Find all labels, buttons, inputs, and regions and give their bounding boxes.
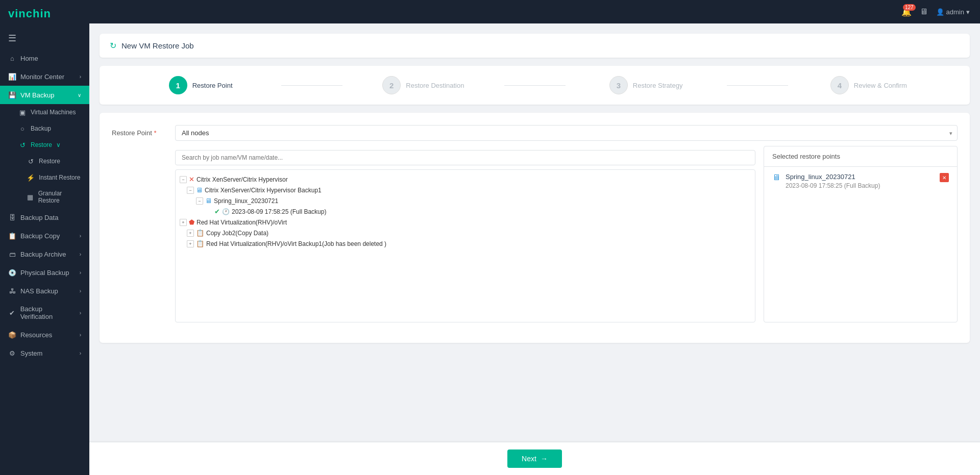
tree-col: − ✕ Citrix XenServer/Citrix Hypervisor −…	[175, 146, 755, 322]
selected-item-vm-icon: 🖥	[772, 173, 780, 182]
sidebar-item-backup-verification[interactable]: ✔ Backup Verification ›	[0, 300, 89, 326]
sidebar-item-label: System	[20, 349, 42, 357]
two-col-layout: − ✕ Citrix XenServer/Citrix Hypervisor −…	[175, 146, 958, 322]
sidebar-sub-label: Instant Restore	[39, 174, 80, 181]
sidebar-item-label: Physical Backup	[20, 269, 69, 277]
tree-node-citrix-xenserver[interactable]: − ✕ Citrix XenServer/Citrix Hypervisor	[176, 174, 755, 185]
tree-node-citrix-backup1[interactable]: − 🖥 Citrix XenServer/Citrix Hypervisor B…	[176, 185, 755, 195]
sidebar-item-monitor-center[interactable]: 📊 Monitor Center ›	[0, 67, 89, 86]
notification-bell[interactable]: 🔔 127	[901, 7, 912, 17]
monitor-button[interactable]: 🖥	[920, 7, 928, 16]
tree-node-spring-linux[interactable]: − 🖥 Spring_linux_20230721	[176, 195, 755, 206]
backup-data-icon: 🗄	[8, 213, 16, 221]
tree-toggle-citrix[interactable]: −	[180, 176, 187, 183]
sidebar-item-backup-copy[interactable]: 📋 Backup Copy ›	[0, 227, 89, 245]
selected-item-date: 2023-08-09 17:58:25 (Full Backup)	[786, 182, 935, 189]
tree-toggle-rhv[interactable]: +	[180, 219, 187, 226]
step-1: 1 Restore Point	[120, 76, 281, 94]
step-4-label: Review & Confirm	[854, 82, 907, 89]
sidebar-item-backup[interactable]: ○ Backup	[0, 120, 89, 137]
hamburger-button[interactable]: ☰	[0, 28, 89, 49]
sidebar-item-physical-backup[interactable]: 💿 Physical Backup ›	[0, 263, 89, 282]
sidebar-item-vm-backup[interactable]: 💾 VM Backup ∨	[0, 86, 89, 104]
sidebar-item-label: Backup Data	[20, 214, 58, 221]
search-input[interactable]	[175, 150, 755, 165]
nas-backup-icon: 🖧	[8, 287, 16, 295]
sidebar-item-home[interactable]: ⌂ Home	[0, 49, 89, 67]
hamburger-icon: ☰	[8, 33, 16, 43]
tree-node-rhv[interactable]: + ⬟ Red Hat Virtualization(RHV)/oVirt	[176, 217, 755, 228]
copy-icon: 📋	[196, 229, 204, 237]
system-icon: ⚙	[8, 349, 16, 357]
tree-label: Citrix XenServer/Citrix Hypervisor	[197, 176, 288, 183]
sidebar-item-restore-sub[interactable]: ↺ Restore	[0, 153, 89, 169]
sidebar-item-virtual-machines[interactable]: ▣ Virtual Machines	[0, 104, 89, 120]
next-button[interactable]: Next →	[507, 449, 562, 468]
sidebar-sub-label: Backup	[31, 125, 51, 132]
sidebar-item-label: VM Backup	[20, 91, 54, 99]
sidebar-item-nas-backup[interactable]: 🖧 NAS Backup ›	[0, 282, 89, 300]
nodes-dropdown[interactable]: All nodes Node 1 Node 2	[175, 125, 958, 141]
warning-icon: ⬟	[189, 218, 194, 226]
granular-restore-icon: ▦	[27, 193, 34, 201]
step-2-circle: 2	[382, 76, 401, 94]
step-3-label: Restore Strategy	[633, 82, 683, 89]
backup-verification-icon: ✔	[8, 309, 16, 317]
step-4-number: 4	[838, 81, 842, 90]
sidebar-item-granular-restore[interactable]: ▦ Granular Restore	[0, 186, 89, 208]
remove-selected-button[interactable]: ✕	[940, 173, 949, 182]
sidebar-item-label: Home	[20, 55, 38, 62]
step-4: 4 Review & Confirm	[788, 76, 949, 94]
sidebar-item-label: Backup Archive	[20, 251, 66, 258]
step-3-circle: 3	[609, 76, 628, 94]
user-menu[interactable]: 👤 admin ▾	[936, 8, 970, 16]
chevron-right-icon: ›	[80, 252, 81, 257]
refresh-icon: ↻	[110, 41, 116, 51]
steps-bar: 1 Restore Point 2 Restore Destination 3 …	[100, 66, 970, 105]
sidebar-item-label: Resources	[20, 331, 52, 339]
logo-text: vinchin	[8, 7, 51, 20]
restore-sub-icon: ↺	[27, 157, 35, 165]
restore-point-panel: Restore Point * All nodes Node 1 Node 2 …	[100, 113, 970, 343]
sidebar-item-label: Backup Verification	[20, 305, 76, 320]
sidebar-item-backup-data[interactable]: 🗄 Backup Data	[0, 208, 89, 227]
sidebar-item-backup-archive[interactable]: 🗃 Backup Archive ›	[0, 245, 89, 263]
selected-panel: Selected restore points 🖥 Spring_linux_2…	[764, 146, 958, 322]
footer: Next →	[89, 442, 980, 475]
monitor-icon: 📊	[8, 72, 16, 81]
restore-point-row: Restore Point * All nodes Node 1 Node 2 …	[112, 125, 958, 322]
sidebar-item-resources[interactable]: 📦 Resources ›	[0, 326, 89, 344]
step-1-label: Restore Point	[192, 82, 233, 89]
tree-toggle-spring[interactable]: −	[196, 197, 203, 205]
restore-icon: ↺	[18, 141, 27, 149]
home-icon: ⌂	[8, 54, 16, 62]
chevron-right-icon: ›	[80, 270, 81, 276]
step-1-circle: 1	[169, 76, 187, 94]
tree-node-copy-job2[interactable]: + 📋 Copy Job2(Copy Data)	[176, 228, 755, 238]
tree-label: Red Hat Virtualization(RHV)/oVirt	[197, 219, 287, 226]
tree-node-backup-point[interactable]: ✔ 🕐 2023-08-09 17:58:25 (Full Backup)	[176, 206, 755, 217]
next-arrow-icon: →	[541, 455, 548, 463]
tree-toggle-backup1[interactable]: −	[187, 187, 194, 194]
physical-backup-icon: 💿	[8, 268, 16, 277]
tree-toggle-copy-job2[interactable]: +	[187, 230, 194, 237]
sidebar-item-system[interactable]: ⚙ System ›	[0, 344, 89, 362]
sidebar-item-restore[interactable]: ↺ Restore ∨	[0, 137, 89, 153]
vm-icon: 🖥	[205, 197, 212, 205]
tree-node-rhv-backup1[interactable]: + 📋 Red Hat Virtualization(RHV)/oVirt Ba…	[176, 238, 755, 249]
topbar: 🔔 127 🖥 👤 admin ▾	[89, 0, 980, 23]
restore-point-controls: All nodes Node 1 Node 2 ▾	[175, 125, 958, 322]
step-4-circle: 4	[830, 76, 849, 94]
sidebar-item-instant-restore[interactable]: ⚡ Instant Restore	[0, 169, 89, 186]
instant-restore-icon: ⚡	[27, 173, 35, 182]
next-label: Next	[522, 455, 536, 463]
monitor-icon: 🖥	[920, 7, 928, 16]
step-1-number: 1	[176, 81, 180, 90]
copy-deleted-icon: 📋	[196, 240, 204, 247]
sidebar-sub-label: Restore	[39, 158, 60, 165]
tree-toggle-rhv-backup1[interactable]: +	[187, 240, 194, 247]
step-2-number: 2	[389, 81, 394, 90]
selected-item-info: Spring_linux_20230721 2023-08-09 17:58:2…	[786, 173, 935, 189]
backup-copy-icon: 📋	[8, 232, 16, 240]
tree-label: Spring_linux_20230721	[214, 197, 278, 205]
